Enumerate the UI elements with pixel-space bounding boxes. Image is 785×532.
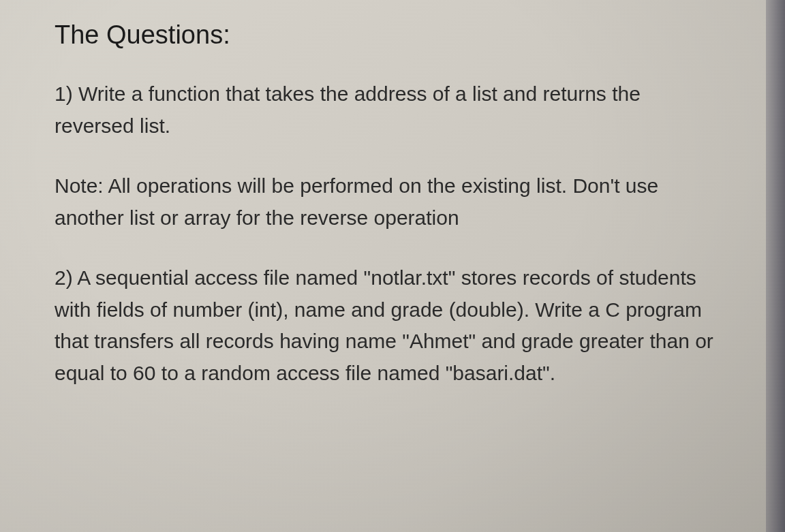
question-1-note: Note: All operations will be performed o…	[55, 170, 722, 234]
question-1: 1) Write a function that takes the addre…	[55, 78, 722, 142]
screen-edge	[766, 0, 785, 532]
document-content: The Questions: 1) Write a function that …	[0, 0, 785, 409]
section-heading: The Questions:	[55, 20, 730, 50]
question-2: 2) A sequential access file named "notla…	[55, 262, 722, 389]
